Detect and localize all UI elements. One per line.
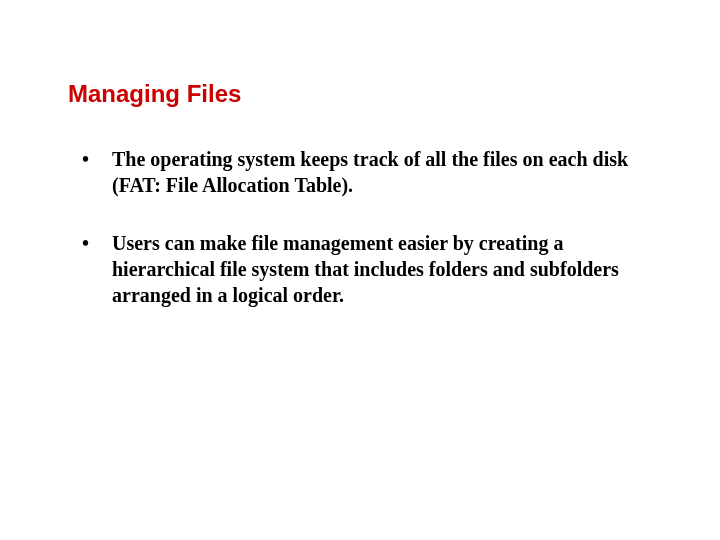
bullet-list: The operating system keeps track of all … <box>60 146 660 308</box>
bullet-item: Users can make file management easier by… <box>78 230 660 308</box>
slide-container: Managing Files The operating system keep… <box>0 0 720 308</box>
slide-title: Managing Files <box>68 80 660 108</box>
bullet-item: The operating system keeps track of all … <box>78 146 660 198</box>
